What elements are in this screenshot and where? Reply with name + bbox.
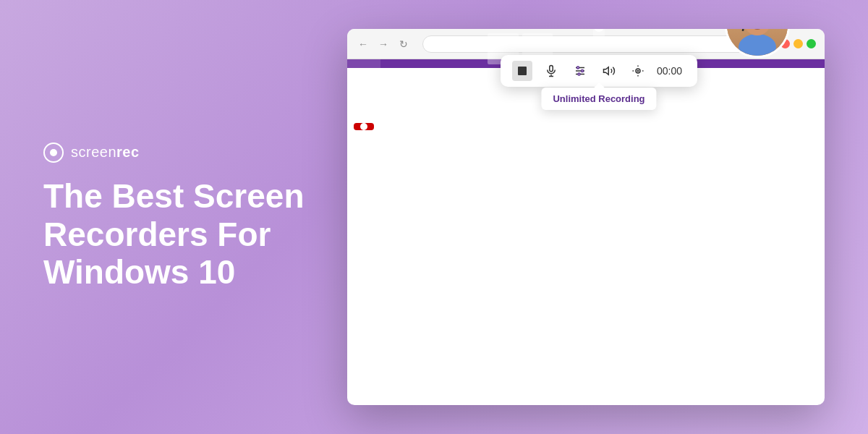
svg-point-3 bbox=[739, 34, 776, 56]
svg-point-16 bbox=[582, 70, 584, 72]
headline: The Best Screen Recorders For Windows 10 bbox=[43, 177, 347, 292]
volume-button[interactable] bbox=[599, 61, 619, 81]
unlimited-recording-tooltip: Unlimited Recording bbox=[541, 88, 656, 110]
timer-display: 00:00 bbox=[657, 65, 686, 77]
mic-button[interactable] bbox=[541, 61, 561, 81]
settings-icon[interactable] bbox=[353, 71, 375, 84]
nav-forward-button[interactable]: → bbox=[376, 37, 391, 51]
svg-point-17 bbox=[578, 73, 580, 75]
address-bar[interactable] bbox=[422, 35, 749, 53]
region-icon[interactable] bbox=[353, 143, 375, 156]
camera-toggle-button[interactable] bbox=[628, 61, 648, 81]
left-panel: screenrec The Best Screen Recorders For … bbox=[43, 142, 347, 292]
headline-line3: Windows 10 bbox=[43, 253, 347, 292]
traffic-light-yellow[interactable] bbox=[793, 39, 803, 48]
avatar bbox=[725, 29, 790, 58]
logo-text: screenrec bbox=[71, 144, 140, 161]
logo-icon-inner bbox=[50, 149, 57, 156]
logo-bold: rec bbox=[116, 144, 140, 160]
recording-area: Windows 10 bbox=[385, 71, 813, 74]
headline-line2: Recorders For bbox=[43, 216, 347, 254]
camera-icon[interactable] bbox=[353, 97, 375, 110]
stop-button[interactable] bbox=[512, 61, 532, 81]
eq-button[interactable] bbox=[570, 61, 590, 81]
nav-back-button[interactable]: ← bbox=[356, 37, 370, 51]
svg-rect-8 bbox=[518, 67, 527, 75]
logo-plain: screen bbox=[71, 144, 116, 160]
volume-slider-track bbox=[593, 29, 605, 51]
traffic-light-green[interactable] bbox=[807, 39, 816, 48]
svg-point-4 bbox=[744, 29, 770, 35]
logo-row: screenrec bbox=[43, 142, 347, 163]
volume-slider-thumb[interactable] bbox=[594, 29, 604, 32]
svg-rect-2 bbox=[361, 147, 367, 153]
volume-slider[interactable] bbox=[593, 29, 605, 51]
svg-rect-9 bbox=[550, 66, 553, 72]
nav-refresh-button[interactable]: ↻ bbox=[396, 37, 411, 51]
svg-point-15 bbox=[577, 67, 579, 69]
svg-point-20 bbox=[637, 70, 639, 72]
record-button[interactable] bbox=[354, 123, 374, 130]
screenrec-logo-icon bbox=[43, 142, 64, 163]
browser-mockup: ← → ↻ ⋮ bbox=[347, 29, 825, 405]
avatar-person bbox=[727, 29, 788, 56]
browser-content: Windows 10 bbox=[347, 59, 825, 68]
gear-icon[interactable] bbox=[353, 169, 375, 182]
svg-point-0 bbox=[362, 102, 366, 106]
side-toolbar bbox=[347, 59, 380, 82]
browser-content-wrapper: Windows 10 bbox=[347, 59, 825, 405]
svg-marker-18 bbox=[604, 67, 609, 75]
headline-line1: The Best Screen bbox=[43, 177, 347, 216]
